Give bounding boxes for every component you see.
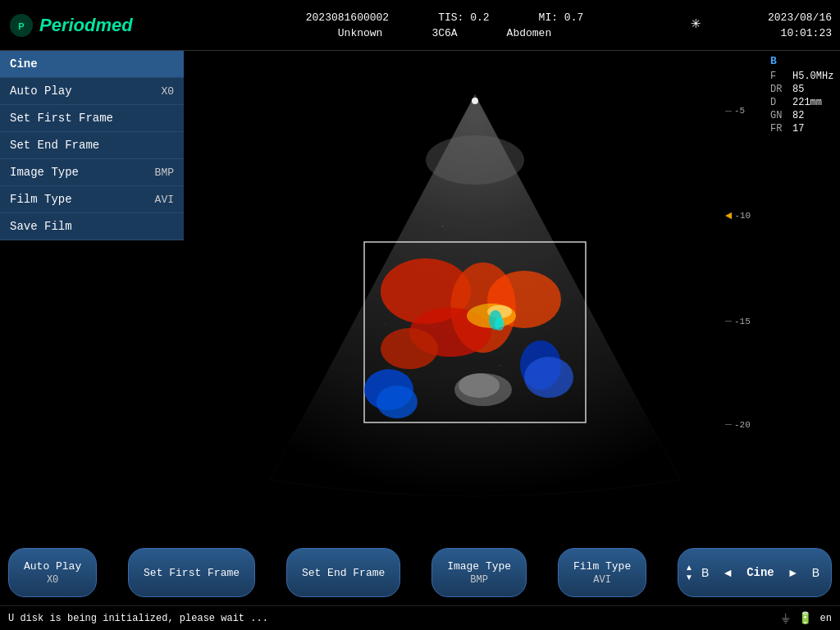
dr-value: 85 — [792, 84, 804, 95]
depth-value-20: -20 — [734, 420, 751, 430]
right-panel: B F H5.0MHz DR 85 D 221mm GN 82 FR 17 — [766, 51, 840, 532]
time-display: 10:01:23 — [781, 27, 832, 39]
set-end-frame-button[interactable]: Set End Frame — [286, 548, 400, 597]
date-display: 2023/08/16 — [768, 11, 832, 24]
gn-key: GN — [770, 110, 788, 121]
autoplay-value: X0 — [161, 85, 174, 98]
svg-text:P: P — [18, 21, 24, 31]
status-bar: U disk is being initialized, please wait… — [0, 605, 840, 630]
b-left-label: B — [701, 566, 709, 579]
dr-key: DR — [770, 84, 788, 95]
set-end-btn-label: Set End Frame — [302, 567, 385, 579]
film-type-btn-label: Film Type — [573, 560, 631, 573]
depth-scale: -5 ◄ -10 -15 -20 — [725, 51, 766, 532]
depth-value-5: -5 — [734, 106, 745, 116]
svg-point-19 — [381, 328, 438, 369]
set-first-btn-label: Set First Frame — [144, 567, 240, 579]
cine-group-label: Cine — [742, 566, 779, 579]
sidebar-item-set-end[interactable]: Set End Frame — [0, 132, 184, 159]
image-type-button[interactable]: Image Type BMP — [431, 548, 527, 597]
sidebar-item-cine[interactable]: Cine — [0, 51, 184, 78]
sidebar-menu: Cine Auto Play X0 Set First Frame Set En… — [0, 51, 184, 240]
svg-point-27 — [524, 357, 573, 398]
set-end-label: Set End Frame — [10, 139, 99, 152]
autoplay-btn-label: Auto Play — [24, 560, 81, 573]
logo-text: Periodmed — [39, 15, 133, 36]
fr-value: 17 — [792, 123, 804, 135]
image-type-value: BMP — [155, 167, 174, 179]
freeze-icon[interactable]: ✳ — [691, 12, 701, 33]
depth-marker-10: ◄ -10 — [725, 209, 766, 222]
mi-value: MI: 0.7 — [539, 11, 584, 24]
bottom-controls: Auto Play X0 Set First Frame Set End Fra… — [0, 540, 840, 605]
ultrasound-canvas — [237, 78, 713, 504]
status-right-area: ⏚ 🔋 en — [782, 611, 832, 626]
depth-key: D — [770, 97, 788, 108]
image-type-label: Image Type — [10, 166, 79, 179]
param-dr: DR 85 — [770, 84, 804, 95]
set-first-frame-button[interactable]: Set First Frame — [128, 548, 255, 597]
mode-label: B — [770, 55, 777, 67]
status-message: U disk is being initialized, please wait… — [8, 613, 268, 624]
svg-point-13 — [426, 135, 524, 185]
battery-icon: 🔋 — [798, 611, 812, 625]
usb-icon: ⏚ — [782, 611, 790, 626]
header-center: 2023081600002 TIS: 0.2 MI: 0.7 Unknown 3… — [189, 11, 701, 39]
svg-point-25 — [377, 386, 418, 418]
cine-next-button[interactable]: ► — [783, 563, 804, 582]
film-type-label: Film Type — [10, 193, 72, 206]
header-row-top: 2023081600002 TIS: 0.2 MI: 0.7 — [306, 11, 583, 24]
sidebar-item-save-film[interactable]: Save Film — [0, 213, 184, 240]
ultrasound-image — [237, 78, 713, 504]
header-datetime: 2023/08/16 10:01:23 — [701, 11, 832, 39]
autoplay-button[interactable]: Auto Play X0 — [8, 548, 97, 597]
film-type-button[interactable]: Film Type AVI — [558, 548, 646, 597]
study-id: 2023081600002 — [306, 11, 389, 24]
tis-value: TIS: 0.2 — [438, 11, 489, 24]
svg-point-30 — [472, 98, 478, 104]
cine-up-down: ▲ ▼ — [685, 564, 693, 582]
b-right-label: B — [812, 566, 819, 579]
header-row-bottom: Unknown 3C6A Abdomen — [338, 27, 551, 39]
sidebar-item-image-type[interactable]: Image Type BMP — [0, 159, 184, 186]
header: P Periodmed 2023081600002 TIS: 0.2 MI: 0… — [0, 0, 840, 51]
b-left-button[interactable]: B — [696, 563, 714, 582]
ultrasound-viewport — [184, 51, 766, 532]
svg-point-23 — [495, 317, 504, 331]
language-indicator: en — [820, 613, 832, 624]
image-type-btn-sub: BMP — [470, 574, 488, 586]
param-gain: GN 82 — [770, 110, 804, 121]
set-first-label: Set First Frame — [10, 112, 113, 125]
autoplay-label: Auto Play — [10, 84, 72, 98]
freq-value: H5.0MHz — [792, 71, 833, 82]
depth-value-10: -10 — [734, 211, 751, 221]
depth-value: 221mm — [792, 97, 822, 108]
sidebar-item-film-type[interactable]: Film Type AVI — [0, 186, 184, 213]
gn-value: 82 — [792, 110, 804, 121]
cine-down-button[interactable]: ▼ — [685, 573, 693, 582]
param-frequency: F H5.0MHz — [770, 71, 833, 82]
depth-marker-20: -20 — [725, 420, 766, 430]
freq-key: F — [770, 71, 788, 82]
fr-key: FR — [770, 123, 788, 135]
film-type-value: AVI — [155, 194, 174, 206]
depth-marker-5: -5 — [725, 106, 766, 116]
autoplay-btn-sub: X0 — [47, 574, 58, 586]
sidebar-cine-label: Cine — [10, 57, 38, 71]
preset-name: Abdomen — [507, 27, 552, 39]
depth-marker-15: -15 — [725, 317, 766, 326]
b-right-button[interactable]: B — [807, 563, 824, 582]
cine-up-button[interactable]: ▲ — [685, 564, 693, 572]
probe-model: 3C6A — [431, 27, 457, 39]
image-type-btn-label: Image Type — [447, 560, 511, 573]
svg-rect-8 — [385, 324, 386, 325]
cine-control-group: ▲ ▼ B ◄ Cine ► B — [678, 548, 832, 597]
svg-rect-9 — [500, 365, 501, 366]
cine-prev-button[interactable]: ◄ — [717, 563, 738, 582]
film-type-btn-sub: AVI — [593, 574, 611, 586]
logo-area: P Periodmed — [8, 12, 189, 39]
param-fr: FR 17 — [770, 123, 804, 135]
sidebar-item-autoplay[interactable]: Auto Play X0 — [0, 78, 184, 105]
sidebar-item-set-first[interactable]: Set First Frame — [0, 105, 184, 132]
svg-point-29 — [459, 373, 500, 398]
